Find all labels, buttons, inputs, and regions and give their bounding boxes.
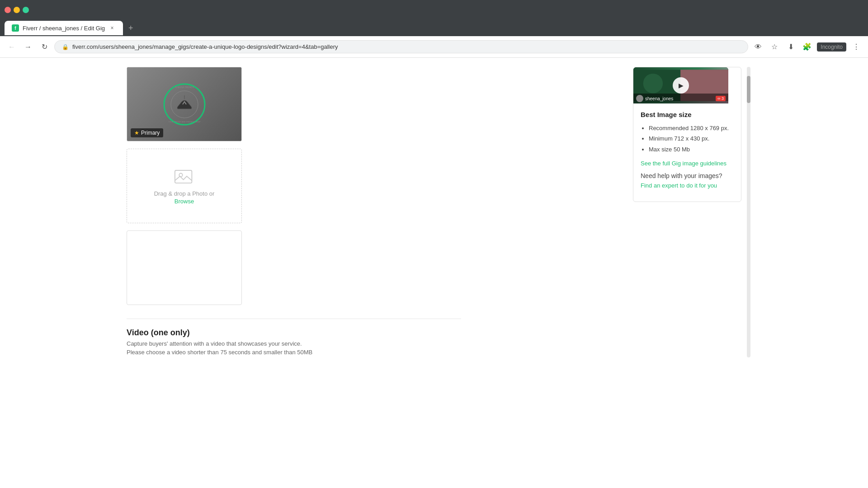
- download-icon[interactable]: ⬇: [784, 41, 797, 53]
- primary-badge: ★ Primary: [131, 128, 163, 137]
- guidelines-link[interactable]: See the full Gig image guidelines: [641, 160, 734, 167]
- video-play-button[interactable]: ▶: [673, 77, 689, 94]
- main-area: SHEENA TRENDS YOUR TRENDY AND FRIENDLY S…: [118, 67, 750, 357]
- video-username: sheena_jones: [645, 96, 673, 101]
- bullet-maxsize: Max size 50 Mb: [649, 144, 734, 155]
- user-avatar: [636, 95, 643, 102]
- url-bar[interactable]: 🔒 fiverr.com/users/sheena_jones/manage_g…: [54, 40, 748, 53]
- minimize-window-button[interactable]: [14, 7, 20, 13]
- nav-bar: ← → ↻ 🔒 fiverr.com/users/sheena_jones/ma…: [0, 36, 868, 58]
- tab-close-button[interactable]: ×: [108, 24, 116, 32]
- maximize-window-button[interactable]: [23, 7, 29, 13]
- window-controls: [5, 7, 29, 13]
- logo-svg: SHEENA TRENDS YOUR TRENDY AND FRIENDLY S…: [162, 82, 207, 127]
- image-upload-icon: [174, 168, 194, 186]
- live-badge: ∞ 3: [716, 96, 726, 101]
- tab-favicon: f: [12, 24, 19, 32]
- left-content: SHEENA TRENDS YOUR TRENDY AND FRIENDLY S…: [127, 67, 461, 357]
- empty-image-slot: [127, 230, 242, 305]
- browser-titlebar: [0, 0, 868, 20]
- extensions-icon[interactable]: 🧩: [801, 41, 813, 53]
- video-note: Please choose a video shorter than 75 se…: [127, 349, 461, 356]
- svg-text:YOUR TRENDY AND FRIENDLY SHOP: YOUR TRENDY AND FRIENDLY SHOP: [168, 121, 201, 123]
- svg-text:SHEENA TRENDS: SHEENA TRENDS: [175, 86, 194, 89]
- reader-mode-icon[interactable]: 👁: [752, 41, 764, 53]
- drag-drop-text: Drag & drop a Photo or: [154, 190, 215, 197]
- url-text: fiverr.com/users/sheena_jones/manage_gig…: [72, 43, 338, 50]
- browse-link[interactable]: Browse: [175, 198, 194, 205]
- info-panel: ▶ sheena_jones ∞ 3 Best Image size Recom…: [633, 67, 741, 202]
- video-section: Video (one only) Capture buyers' attenti…: [127, 319, 461, 356]
- menu-icon[interactable]: ⋮: [850, 41, 863, 53]
- refresh-button[interactable]: ↻: [38, 41, 51, 53]
- incognito-badge: Incognito: [817, 42, 846, 52]
- scrollbar-thumb[interactable]: [747, 76, 750, 103]
- svg-point-8: [643, 74, 663, 93]
- panel-list: Recommended 1280 x 769 px. Minimum 712 x…: [641, 123, 734, 155]
- video-section-title: Video (one only): [127, 328, 461, 338]
- panel-title: Best Image size: [641, 111, 734, 118]
- expert-link[interactable]: Find an expert to do it for you: [641, 182, 734, 189]
- primary-image-slot: SHEENA TRENDS YOUR TRENDY AND FRIENDLY S…: [127, 67, 242, 141]
- back-button[interactable]: ←: [5, 41, 18, 53]
- lock-icon: 🔒: [62, 44, 69, 50]
- bullet-recommended: Recommended 1280 x 769 px.: [649, 123, 734, 133]
- video-preview: ▶ sheena_jones ∞ 3: [633, 67, 728, 103]
- tab-title: Fiverr / sheena_jones / Edit Gig: [23, 25, 105, 32]
- star-icon: ★: [134, 130, 139, 136]
- video-thumbnail: ▶ sheena_jones ∞ 3: [633, 67, 728, 103]
- help-text: Need help with your images?: [641, 172, 734, 179]
- video-user-bar: sheena_jones ∞ 3: [633, 94, 728, 103]
- primary-label: Primary: [141, 130, 160, 136]
- close-window-button[interactable]: [5, 7, 11, 13]
- bookmark-icon[interactable]: ☆: [768, 41, 781, 53]
- video-description: Capture buyers' attention with a video t…: [127, 340, 461, 347]
- drop-zone[interactable]: Drag & drop a Photo or Browse: [127, 149, 242, 223]
- bullet-minimum: Minimum 712 x 430 px.: [649, 133, 734, 144]
- active-tab[interactable]: f Fiverr / sheena_jones / Edit Gig ×: [5, 21, 123, 35]
- tab-bar: f Fiverr / sheena_jones / Edit Gig × +: [0, 20, 868, 36]
- svg-rect-4: [175, 170, 192, 183]
- nav-icons: 👁 ☆ ⬇ 🧩 Incognito ⋮: [752, 41, 863, 53]
- page-content: SHEENA TRENDS YOUR TRENDY AND FRIENDLY S…: [0, 58, 868, 488]
- forward-button[interactable]: →: [22, 41, 34, 53]
- scrollbar[interactable]: [747, 67, 750, 357]
- new-tab-button[interactable]: +: [125, 23, 137, 33]
- right-panel: ▶ sheena_jones ∞ 3 Best Image size Recom…: [633, 67, 741, 357]
